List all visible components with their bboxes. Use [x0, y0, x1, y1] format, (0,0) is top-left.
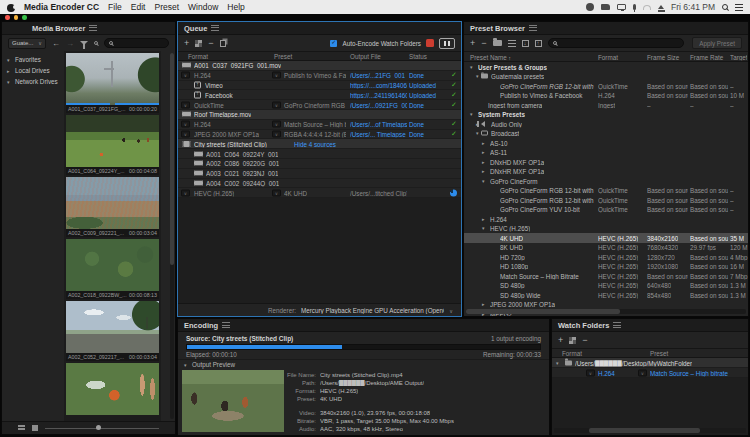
- preset-row[interactable]: HD 720pHEVC (H.265)1280x720Based on sour…: [464, 252, 748, 262]
- queue-subsource-row[interactable]: A001_C064_09224Y_001: [178, 149, 461, 159]
- column-frame-size[interactable]: Frame Size: [647, 53, 679, 60]
- renderer-dropdown[interactable]: Mercury Playback Engine GPU Acceleration…: [301, 307, 444, 314]
- preset-settings-icon[interactable]: [508, 40, 516, 47]
- apple-menu-icon[interactable]: [7, 3, 15, 12]
- preset-row[interactable]: 8K UHDHEVC (H.265)7680x432029.97 fps120 …: [464, 243, 748, 253]
- preset-row[interactable]: GoPro CineForm RGB 12-bit with alpha (Al…: [464, 81, 748, 91]
- menu-file[interactable]: File: [108, 2, 122, 12]
- clip-preview-image[interactable]: [66, 115, 159, 167]
- panel-menu-icon[interactable]: [211, 25, 219, 31]
- tab-queue[interactable]: Queue: [184, 24, 207, 33]
- preset-dropdown[interactable]: [272, 72, 281, 79]
- watch-folder-output-row[interactable]: H.264 Match Source – High bitrate: [552, 368, 748, 378]
- preset-row[interactable]: GoPro CineForm RGB 12-bit with alpha...Q…: [464, 195, 748, 205]
- clip-thumbnail[interactable]: A001_C064_09224Y_...00:00:04:08: [66, 115, 159, 175]
- app-menu-title[interactable]: Media Encoder CC: [24, 2, 99, 12]
- preset-format-row[interactable]: AS-10: [464, 138, 748, 148]
- upload-url-link[interactable]: https://...24119614602283: [350, 91, 407, 98]
- add-output-button[interactable]: [569, 337, 576, 344]
- tab-media-browser[interactable]: Media Browser: [32, 24, 85, 33]
- preset-row[interactable]: Ingest from cameraIngest–––: [464, 100, 748, 110]
- preset-row[interactable]: SD 480p WideHEVC (H.265)854x480Based on …: [464, 290, 748, 300]
- preset-search-input[interactable]: [548, 38, 685, 48]
- column-preset-name[interactable]: Preset Name: [470, 53, 511, 60]
- twirl-open-icon[interactable]: [184, 362, 189, 368]
- filter-icon[interactable]: [80, 41, 88, 45]
- delete-preset-button[interactable]: [481, 39, 486, 48]
- preset-folder-row[interactable]: Audio Only: [464, 119, 748, 129]
- location-dropdown[interactable]: Guate...: [8, 38, 46, 49]
- menu-bar-clock[interactable]: Fri 6:41 PM: [671, 2, 715, 12]
- clip-preview-image[interactable]: [66, 239, 159, 291]
- preset-format-row[interactable]: H.264: [464, 214, 748, 224]
- clip-thumbnail[interactable]: A001_C037_0921FG_...00:00:00:20: [66, 53, 159, 113]
- output-file-link[interactable]: /Users/...0921FG_001.mov: [350, 101, 407, 108]
- import-preset-icon[interactable]: [522, 40, 529, 47]
- preset-format-row[interactable]: DNxHD MXF OP1a: [464, 157, 748, 167]
- queue-source-row[interactable]: A001_C037_0921FG_001.mov: [178, 61, 461, 71]
- back-button[interactable]: [52, 39, 60, 48]
- tree-item-favorites[interactable]: Favorites: [2, 54, 64, 65]
- watch-format[interactable]: H.264: [598, 369, 615, 376]
- queue-subsource-row[interactable]: A003_C021_0923NJ_001: [178, 169, 461, 179]
- notification-center-icon[interactable]: [735, 4, 743, 11]
- preset-row[interactable]: SD 480pHEVC (H.265)640x480Based on sourc…: [464, 281, 748, 291]
- queue-output-row[interactable]: QuickTime GoPro Cineform RGB 12... /User…: [178, 100, 461, 110]
- queue-output-row[interactable]: H.264 Publish to Vimeo & Face... /Users/…: [178, 71, 461, 81]
- remove-watch-folder-button[interactable]: [582, 336, 587, 345]
- preset-row[interactable]: GoPro CineForm YUV 10-bitQuickTimeBased …: [464, 205, 748, 215]
- preset-dropdown[interactable]: [272, 189, 281, 196]
- queue-upload-row[interactable]: Facebook https://...24119614602283 Uploa…: [178, 90, 461, 100]
- add-watch-folder-button[interactable]: [558, 336, 563, 345]
- column-target-rate[interactable]: Target R: [730, 53, 747, 60]
- queue-subsource-row[interactable]: A004_C002_09244Q_001: [178, 179, 461, 189]
- output-file-link[interactable]: /Users/... Timelapse_1.mxf: [350, 130, 407, 137]
- add-source-button[interactable]: [184, 39, 189, 48]
- tab-watch-folders[interactable]: Watch Folders: [558, 321, 609, 330]
- watch-preset[interactable]: Match Source – High bitrate: [650, 369, 728, 376]
- output-file-link[interactable]: /Users/...of Timelapse.mp4: [350, 121, 407, 128]
- preset-folder-row[interactable]: Broadcast: [464, 129, 748, 139]
- preset-row[interactable]: GoPro CineForm RGB 12-bit with alphaQuic…: [464, 186, 748, 196]
- close-window-button[interactable]: [5, 15, 10, 20]
- clip-preview-image[interactable]: [66, 177, 159, 229]
- column-format[interactable]: Format: [598, 53, 618, 60]
- pause-queue-button[interactable]: [439, 38, 455, 49]
- preset-group-row[interactable]: User Presets & Groups: [464, 62, 748, 72]
- export-preset-icon[interactable]: [535, 40, 542, 47]
- tab-encoding[interactable]: Encoding: [184, 321, 218, 330]
- panel-menu-icon[interactable]: [89, 25, 97, 31]
- menu-preset[interactable]: Preset: [154, 2, 179, 12]
- clip-preview-image[interactable]: [66, 363, 159, 415]
- tree-item-network-drives[interactable]: Network Drives: [2, 76, 64, 87]
- create-preset-button[interactable]: [470, 39, 475, 48]
- zoom-window-button[interactable]: [22, 15, 27, 20]
- preset-row[interactable]: HD 1080pHEVC (H.265)1920x1080Based on so…: [464, 262, 748, 272]
- preset-row[interactable]: Publish to Vimeo & FacebookH.264Based on…: [464, 91, 748, 101]
- vertical-scrollbar[interactable]: [170, 53, 174, 419]
- queue-upload-row[interactable]: Vimeo https://....com/184066142 Uploaded: [178, 81, 461, 91]
- tab-preset-browser[interactable]: Preset Browser: [470, 24, 525, 33]
- wifi-icon[interactable]: [643, 5, 651, 10]
- menu-help[interactable]: Help: [227, 2, 244, 12]
- remove-button[interactable]: [208, 39, 213, 48]
- preset-row[interactable]: Match Source – High BitrateHEVC (H.265)B…: [464, 271, 748, 281]
- queue-output-row[interactable]: H.264 Match Source – High bitr... /Users…: [178, 120, 461, 130]
- preset-format-row[interactable]: HEVC (H.265): [464, 224, 748, 234]
- minimize-window-button[interactable]: [14, 15, 19, 20]
- display-icon[interactable]: [617, 4, 626, 10]
- auto-encode-checkbox[interactable]: [330, 40, 337, 47]
- twirl-closed-icon[interactable]: [7, 68, 12, 74]
- duplicate-button[interactable]: [220, 40, 226, 47]
- panel-menu-icon[interactable]: [529, 25, 537, 31]
- zoom-icon[interactable]: [94, 41, 98, 45]
- upload-url-link[interactable]: https://....com/184066142: [350, 81, 407, 88]
- preset-dropdown[interactable]: [272, 121, 281, 128]
- creative-cloud-icon[interactable]: [586, 3, 594, 11]
- preset-format-row[interactable]: JPEG 2000 MXF OP1a: [464, 300, 748, 310]
- format-dropdown[interactable]: [181, 101, 190, 108]
- add-output-button[interactable]: [195, 40, 202, 47]
- menubar-app-icon[interactable]: [601, 4, 610, 10]
- format-dropdown[interactable]: [586, 369, 595, 376]
- spotlight-icon[interactable]: [722, 4, 728, 10]
